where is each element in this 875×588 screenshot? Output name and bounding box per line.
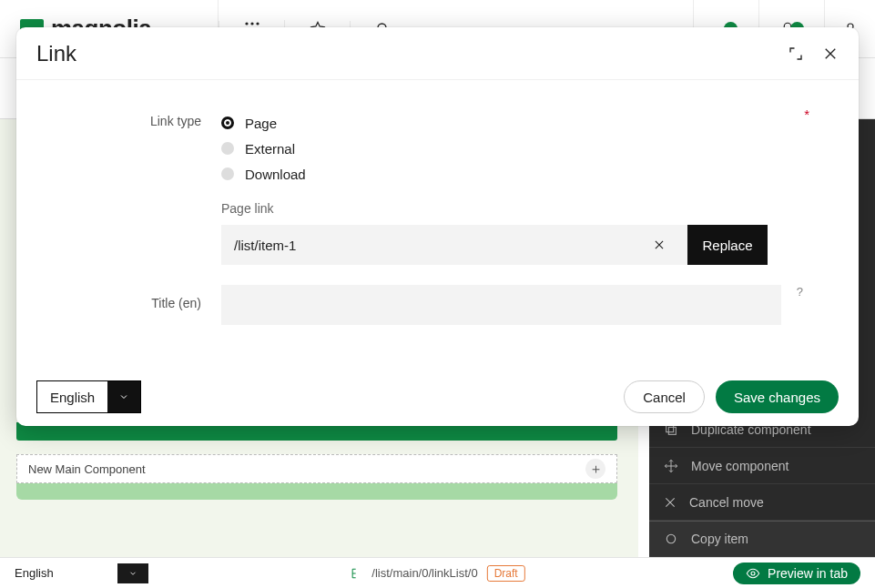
new-main-label: New Main Component <box>28 462 146 476</box>
radio-page-label: Page <box>245 116 277 131</box>
expand-icon <box>788 46 804 62</box>
chevron-down-icon[interactable] <box>117 563 148 583</box>
panel-move-component[interactable]: Move component <box>649 448 875 484</box>
dialog-body: Link type * Page External Download Page … <box>16 80 859 368</box>
panel-cancel-move[interactable]: Cancel move <box>649 484 875 521</box>
replace-button[interactable]: Replace <box>687 225 768 265</box>
page-link-label: Page link <box>221 201 822 216</box>
page-link-value: /list/item-1 <box>234 238 644 253</box>
expand-button[interactable] <box>788 46 804 62</box>
close-icon <box>653 238 666 251</box>
svg-rect-10 <box>668 427 676 434</box>
dialog-title: Link <box>36 41 76 66</box>
title-en-label: Title (en) <box>53 285 221 310</box>
plus-icon[interactable]: ＋ <box>585 459 605 479</box>
panel-cancel-move-label: Cancel move <box>689 495 764 510</box>
radio-unchecked-icon <box>221 167 234 180</box>
clear-page-link-button[interactable] <box>644 238 675 251</box>
copy-icon <box>664 532 678 546</box>
radio-unchecked-icon <box>221 142 234 155</box>
panel-move-label: Move component <box>691 459 789 473</box>
dialog-header: Link <box>16 27 859 80</box>
required-indicator: * <box>804 106 809 122</box>
status-badge: Draft <box>487 565 525 582</box>
radio-download-label: Download <box>245 167 306 182</box>
title-en-input[interactable] <box>221 285 781 325</box>
new-main-component-slot[interactable]: New Main Component ＋ <box>16 454 617 483</box>
statusbar-language-label: English <box>15 566 54 580</box>
status-bar: English /list/main/0/linkList/0 Draft Pr… <box>0 557 875 588</box>
eye-icon <box>746 566 760 581</box>
dialog-language-select[interactable]: English <box>36 380 141 413</box>
link-dialog: Link Link type * Page External <box>16 27 859 426</box>
dialog-language-value: English <box>37 381 107 412</box>
page-link-input[interactable]: /list/item-1 <box>221 225 687 265</box>
chevron-down-icon[interactable] <box>107 381 140 412</box>
radio-checked-icon <box>221 117 234 129</box>
statusbar-path: /list/main/0/linkList/0 <box>371 566 477 580</box>
help-icon[interactable]: ? <box>797 285 803 299</box>
radio-option-external[interactable]: External <box>221 137 822 159</box>
save-label: Save changes <box>734 390 820 405</box>
panel-copy-item[interactable]: Copy item <box>649 521 875 557</box>
radio-option-download[interactable]: Download <box>221 163 822 185</box>
close-icon <box>664 496 677 509</box>
page-link-field: /list/item-1 Replace <box>221 225 768 265</box>
component-bar-light <box>16 483 617 500</box>
radio-option-page[interactable]: Page <box>221 112 822 134</box>
svg-point-11 <box>666 534 675 542</box>
preview-in-tab-button[interactable]: Preview in tab <box>733 563 860 584</box>
link-type-label: Link type <box>53 112 221 128</box>
svg-point-12 <box>751 572 755 575</box>
radio-external-label: External <box>245 141 295 157</box>
preview-label: Preview in tab <box>768 566 848 581</box>
svg-point-0 <box>245 22 248 25</box>
svg-point-1 <box>250 22 253 25</box>
panel-copy-label: Copy item <box>691 532 748 546</box>
svg-point-2 <box>256 22 259 25</box>
tree-icon <box>350 567 362 580</box>
statusbar-language-select[interactable]: English <box>15 563 148 583</box>
cancel-button[interactable]: Cancel <box>624 380 705 413</box>
save-changes-button[interactable]: Save changes <box>716 380 839 413</box>
cancel-label: Cancel <box>643 390 686 405</box>
close-icon <box>822 46 839 62</box>
close-button[interactable] <box>822 46 839 62</box>
dialog-footer: English Cancel Save changes <box>16 368 859 426</box>
replace-label: Replace <box>702 238 752 253</box>
move-icon <box>664 459 678 473</box>
